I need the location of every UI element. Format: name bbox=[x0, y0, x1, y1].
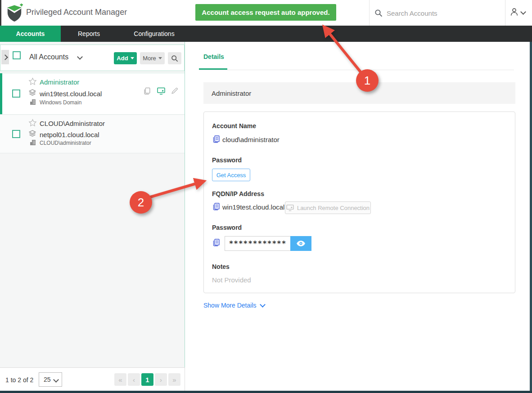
get-access-button[interactable]: Get Access bbox=[212, 169, 250, 181]
first-page-button[interactable]: « bbox=[114, 373, 126, 386]
search-icon bbox=[171, 55, 178, 62]
search-accounts-input[interactable] bbox=[386, 6, 500, 20]
fqdn-value: win19test.cloud.local bbox=[222, 203, 284, 211]
show-password-button[interactable] bbox=[290, 236, 311, 251]
expand-panel-button[interactable] bbox=[1, 50, 9, 64]
details-panel: Details Administrator Account Name cloud… bbox=[185, 42, 530, 393]
toast-notification: Account access request auto approved. bbox=[195, 4, 336, 21]
privileged-account-manager-app: Privileged Account Manager Account acces… bbox=[0, 0, 532, 393]
copy-icon[interactable] bbox=[212, 238, 220, 246]
user-menu-button[interactable] bbox=[508, 6, 529, 20]
accounts-list-header: All Accounts Add More bbox=[0, 45, 185, 71]
header-divider bbox=[369, 0, 370, 26]
caret-down-icon bbox=[158, 57, 162, 59]
user-icon bbox=[509, 7, 519, 17]
account-details-card: Account Name cloud\administrator Passwor… bbox=[203, 112, 515, 293]
main-navigation: Accounts Reports Configurations bbox=[0, 26, 532, 42]
previous-page-button[interactable]: ‹ bbox=[128, 373, 140, 386]
more-button-label: More bbox=[143, 55, 156, 62]
add-button-label: Add bbox=[117, 55, 128, 62]
favorite-star-icon[interactable] bbox=[28, 77, 37, 85]
account-checkbox[interactable] bbox=[12, 89, 20, 98]
masked-password-field: ************ bbox=[225, 236, 291, 251]
notes-value: Not Provided bbox=[212, 276, 251, 284]
account-fqdn: win19test.cloud.local bbox=[40, 90, 102, 98]
copy-icon[interactable] bbox=[143, 87, 151, 95]
account-type: Windows Domain bbox=[40, 99, 81, 106]
layers-icon bbox=[29, 130, 36, 137]
tab-accounts[interactable]: Accounts bbox=[0, 26, 61, 42]
page-size-select[interactable]: 25 bbox=[39, 372, 62, 387]
search-icon bbox=[374, 9, 383, 17]
launch-remote-connection-button[interactable]: Launch Remote Connection bbox=[285, 201, 371, 214]
copy-icon[interactable] bbox=[212, 202, 220, 210]
account-name-value: cloud\administrator bbox=[222, 136, 280, 143]
launch-remote-label: Launch Remote Connection bbox=[297, 205, 370, 211]
launch-remote-icon[interactable] bbox=[157, 87, 165, 95]
record-range-text: 1 to 2 of 2 bbox=[5, 376, 33, 384]
chevron-down-icon bbox=[77, 54, 83, 60]
tab-divider bbox=[199, 70, 514, 70]
tab-details[interactable]: Details bbox=[203, 53, 224, 60]
account-checkbox[interactable] bbox=[12, 130, 20, 138]
tab-reports[interactable]: Reports bbox=[61, 26, 117, 42]
edit-pencil-icon[interactable] bbox=[171, 87, 179, 95]
password2-label: Password bbox=[212, 224, 242, 231]
layers-icon bbox=[29, 89, 36, 96]
selected-indicator-bar bbox=[0, 73, 2, 114]
app-header: Privileged Account Manager Account acces… bbox=[0, 0, 532, 26]
eye-icon bbox=[296, 240, 306, 247]
next-page-button[interactable]: › bbox=[155, 373, 167, 386]
notes-label: Notes bbox=[212, 263, 230, 270]
chevron-down-icon bbox=[53, 377, 59, 383]
show-more-details-link[interactable]: Show More Details bbox=[203, 302, 265, 309]
page-1-button[interactable]: 1 bbox=[141, 373, 153, 386]
password-label: Password bbox=[212, 156, 242, 164]
accounts-sidebar: All Accounts Add More Administrator win1… bbox=[0, 42, 185, 367]
more-button[interactable]: More bbox=[140, 52, 165, 64]
pagination-bar: 1 to 2 of 2 25 « ‹ 1 › » bbox=[0, 367, 185, 391]
page-size-value: 25 bbox=[44, 376, 51, 383]
tab-configurations[interactable]: Configurations bbox=[117, 26, 191, 42]
account-list-item[interactable]: CLOUD\Administrator netpol01.cloud.local… bbox=[0, 115, 185, 153]
account-name-label: Account Name bbox=[212, 122, 256, 130]
account-name-link[interactable]: Administrator bbox=[40, 78, 79, 86]
annotation-step-1: 1 bbox=[356, 69, 379, 92]
domain-building-icon bbox=[30, 99, 36, 105]
account-name[interactable]: CLOUD\Administrator bbox=[40, 120, 105, 127]
monitor-icon bbox=[286, 205, 294, 211]
header-divider bbox=[505, 0, 505, 26]
domain-building-icon bbox=[30, 139, 36, 146]
app-logo-shield-icon bbox=[6, 4, 23, 22]
window-bottom-edge bbox=[0, 391, 532, 393]
accounts-view-selector[interactable]: All Accounts bbox=[29, 53, 68, 61]
annotation-step-2: 2 bbox=[130, 191, 152, 214]
fqdn-label: FQDN/IP Address bbox=[212, 190, 264, 197]
chevron-right-icon bbox=[2, 54, 8, 60]
account-fqdn: netpol01.cloud.local bbox=[40, 131, 99, 138]
scrollbar[interactable] bbox=[530, 42, 532, 393]
account-type: CLOUD\administrator bbox=[40, 140, 91, 146]
last-page-button[interactable]: » bbox=[168, 373, 180, 386]
select-all-checkbox[interactable] bbox=[13, 51, 21, 59]
favorite-star-icon[interactable] bbox=[28, 119, 37, 127]
app-title: Privileged Account Manager bbox=[26, 8, 127, 17]
copy-icon[interactable] bbox=[212, 135, 220, 143]
add-button[interactable]: Add bbox=[114, 52, 137, 64]
list-search-button[interactable] bbox=[168, 52, 181, 64]
chevron-down-icon bbox=[520, 9, 526, 15]
account-list-item[interactable]: Administrator win19test.cloud.local Wind… bbox=[0, 73, 185, 115]
show-more-label: Show More Details bbox=[203, 302, 257, 309]
caret-down-icon bbox=[131, 57, 134, 59]
section-title: Administrator bbox=[212, 89, 251, 97]
chevron-down-icon bbox=[260, 302, 266, 308]
